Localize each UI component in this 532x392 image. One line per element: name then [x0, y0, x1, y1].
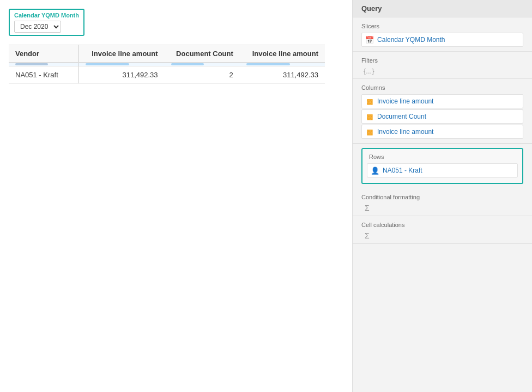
query-body: Slicers 📅 Calendar YQMD Month Filters {.…	[353, 17, 532, 392]
rows-label: Rows	[367, 154, 518, 160]
column-item-0[interactable]: ▩ Invoice line amount	[361, 94, 523, 108]
left-panel: Calendar YQMD Month Dec 2020 Vendor Invo…	[0, 0, 352, 392]
cell-invoice1: 311,492.33	[79, 66, 165, 83]
conditional-formatting-sigma: Σ	[361, 203, 373, 213]
calendar-icon: 📅	[365, 35, 374, 44]
cell-invoice2: 311,492.33	[240, 66, 325, 83]
row-item-label-0: NA051 - Kraft	[383, 167, 422, 174]
data-table: Vendor Invoice line amount Document Coun…	[9, 45, 325, 84]
column-item-1[interactable]: ▩ Document Count	[361, 109, 523, 124]
column-item-label-0: Invoice line amount	[377, 97, 433, 105]
filters-label: Filters	[361, 57, 523, 64]
filters-placeholder: {...}	[361, 66, 377, 76]
cell-calculations-label: Cell calculations	[361, 222, 523, 228]
table-header-row: Vendor Invoice line amount Document Coun…	[9, 45, 325, 63]
columns-section: Columns ▩ Invoice line amount ▩ Document…	[353, 79, 532, 144]
col-doccount-header: Document Count	[165, 45, 240, 63]
column-item-label-1: Document Count	[377, 113, 426, 120]
field-icon-0: ▩	[365, 97, 374, 106]
conditional-formatting-label: Conditional formatting	[361, 194, 523, 200]
right-panel: Query Slicers 📅 Calendar YQMD Month Filt…	[352, 0, 532, 392]
query-header: Query	[353, 0, 532, 17]
col-vendor-header: Vendor	[9, 45, 79, 63]
cell-doccount: 2	[165, 66, 240, 83]
col-invoice2-header: Invoice line amount	[240, 45, 325, 63]
field-icon-1: ▩	[365, 112, 374, 121]
cell-calculations-section: Cell calculations Σ	[353, 216, 532, 244]
rows-section: Rows 👤 NA051 - Kraft	[361, 148, 523, 184]
col-invoice1-header: Invoice line amount	[79, 45, 165, 63]
filters-section: Filters {...}	[353, 52, 532, 79]
slicer-item-calendar[interactable]: 📅 Calendar YQMD Month	[361, 33, 523, 47]
column-item-label-2: Invoice line amount	[377, 128, 433, 136]
columns-label: Columns	[361, 84, 523, 91]
column-item-2[interactable]: ▩ Invoice line amount	[361, 125, 523, 139]
slicers-section: Slicers 📅 Calendar YQMD Month	[353, 17, 532, 52]
slicer-label: Calendar YQMD Month	[14, 12, 79, 19]
row-item-0[interactable]: 👤 NA051 - Kraft	[367, 163, 518, 177]
slicers-label: Slicers	[361, 23, 523, 29]
conditional-formatting-section: Conditional formatting Σ	[353, 188, 532, 216]
slicer-item-label: Calendar YQMD Month	[377, 36, 445, 44]
slicer-select[interactable]: Dec 2020	[14, 21, 61, 33]
cell-calculations-sigma: Σ	[361, 230, 373, 241]
slicer-box: Calendar YQMD Month Dec 2020	[9, 9, 84, 36]
table-row: NA051 - Kraft 311,492.33 2 311,492.33	[9, 66, 325, 83]
field-icon-2: ▩	[365, 127, 374, 136]
person-icon-0: 👤	[371, 166, 379, 175]
cell-vendor: NA051 - Kraft	[9, 66, 79, 83]
